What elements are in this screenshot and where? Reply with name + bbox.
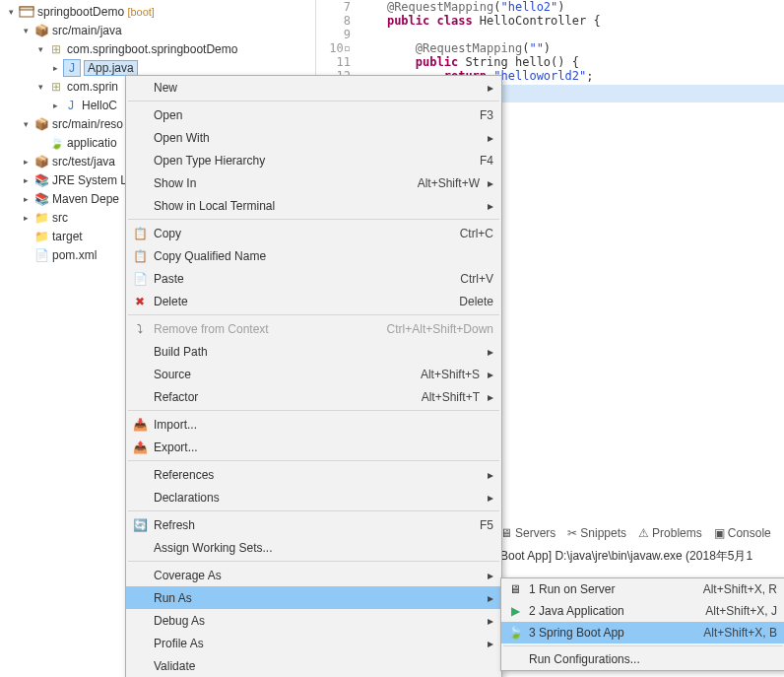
label: applicatio (67, 136, 117, 150)
menu-run-as[interactable]: Run As▸ (126, 586, 501, 609)
menu-paste[interactable]: 📄PasteCtrl+V (126, 267, 501, 290)
submenu-run-configurations[interactable]: Run Configurations... (501, 648, 784, 670)
gutter-line: 7 (316, 0, 359, 14)
menu-profile-as[interactable]: Profile As▸ (126, 632, 501, 654)
menu-source[interactable]: SourceAlt+Shift+S▸ (126, 363, 501, 385)
leaf-icon: 🍃 (48, 135, 64, 151)
label: App.java (84, 60, 138, 76)
menu-import[interactable]: 📥Import... (126, 413, 501, 436)
chevron-right-icon[interactable]: ▸ (19, 157, 33, 167)
chevron-right-icon[interactable]: ▸ (48, 101, 63, 110)
folder-icon: 📁 (33, 229, 49, 244)
separator (128, 410, 499, 411)
chevron-right-icon[interactable]: ▸ (19, 194, 33, 204)
menu-debug-as[interactable]: Debug As▸ (126, 609, 501, 632)
label: src (52, 211, 68, 225)
run-as-submenu: 🖥1 Run on ServerAlt+Shift+X, R ▶2 Java A… (500, 577, 784, 671)
menu-open-with[interactable]: Open With▸ (126, 126, 501, 149)
menu-open-type-hierarchy[interactable]: Open Type HierarchyF4 (126, 149, 501, 171)
label: pom.xml (52, 248, 97, 262)
menu-open[interactable]: OpenF3 (126, 103, 501, 126)
chevron-right-icon[interactable]: ▸ (19, 213, 33, 223)
submenu-arrow-icon: ▸ (480, 591, 493, 605)
gutter-line: 9 (316, 28, 359, 41)
menu-export[interactable]: 📤Export... (126, 436, 501, 458)
menu-show-in[interactable]: Show InAlt+Shift+W▸ (126, 171, 501, 194)
submenu-spring-boot-app[interactable]: 🍃3 Spring Boot AppAlt+Shift+X, B (501, 622, 784, 643)
separator (128, 561, 499, 562)
menu-delete[interactable]: ✖DeleteDelete (126, 290, 501, 312)
project-icon (19, 4, 34, 20)
menu-show-local-terminal[interactable]: Show in Local Terminal▸ (126, 194, 501, 217)
tree-src-main-java[interactable]: ▾📦src/main/java (0, 21, 315, 39)
remove-context-icon: ⤵ (126, 322, 154, 336)
menu-copy[interactable]: 📋CopyCtrl+C (126, 222, 501, 244)
separator (128, 101, 499, 102)
code-line: @RequestMapping("") (359, 41, 551, 55)
java-run-icon: ▶ (501, 604, 529, 618)
menu-declarations[interactable]: Declarations▸ (126, 486, 501, 508)
menu-refresh[interactable]: 🔄RefreshF5 (126, 513, 501, 536)
submenu-arrow-icon: ▸ (480, 176, 493, 190)
menu-validate[interactable]: Validate (126, 654, 501, 677)
chevron-right-icon[interactable]: ▸ (19, 175, 33, 185)
tab-console[interactable]: ▣Console (714, 526, 771, 540)
spring-boot-icon: 🍃 (501, 626, 529, 640)
gutter-line: 10▫ (316, 41, 359, 55)
submenu-arrow-icon: ▸ (480, 345, 493, 359)
menu-build-path[interactable]: Build Path▸ (126, 340, 501, 363)
tab-servers[interactable]: 🖥Servers (500, 526, 555, 540)
submenu-arrow-icon: ▸ (480, 131, 493, 145)
folder-icon: 📁 (33, 210, 49, 226)
submenu-arrow-icon: ▸ (480, 491, 493, 505)
project-label: springbootDemo (37, 5, 124, 19)
chevron-down-icon[interactable]: ▾ (19, 26, 33, 35)
separator (128, 219, 499, 220)
menu-coverage-as[interactable]: Coverage As▸ (126, 564, 501, 586)
label: src/main/java (52, 24, 122, 37)
tree-project[interactable]: ▾springbootDemo [boot] (0, 2, 315, 21)
label: HelloC (82, 99, 117, 112)
separator (128, 510, 499, 511)
submenu-arrow-icon: ▸ (480, 614, 493, 628)
context-menu: New▸ OpenF3 Open With▸ Open Type Hierarc… (125, 75, 502, 677)
bottom-tabs: 🖥Servers ✂Snippets ⚠Problems ▣Console (500, 526, 784, 540)
snippets-icon: ✂ (567, 526, 577, 540)
project-deco: [boot] (127, 6, 155, 18)
submenu-java-app[interactable]: ▶2 Java ApplicationAlt+Shift+X, J (501, 600, 784, 622)
copy-icon: 📋 (126, 249, 154, 263)
chevron-down-icon[interactable]: ▾ (33, 44, 48, 54)
package-folder-icon: 📦 (33, 116, 49, 132)
menu-copy-qualified[interactable]: 📋Copy Qualified Name (126, 244, 501, 267)
package-icon: ⊞ (48, 41, 64, 57)
library-icon: 📚 (33, 172, 49, 188)
separator (128, 314, 499, 315)
gutter-line: 8 (316, 14, 359, 28)
delete-icon: ✖ (126, 295, 154, 308)
label: com.sprin (67, 80, 118, 94)
separator (128, 460, 499, 461)
chevron-right-icon[interactable]: ▸ (48, 63, 63, 73)
menu-assign-ws[interactable]: Assign Working Sets... (126, 536, 501, 559)
submenu-arrow-icon: ▸ (480, 637, 493, 650)
xml-file-icon: 📄 (33, 247, 49, 263)
tab-snippets[interactable]: ✂Snippets (567, 526, 626, 540)
tab-problems[interactable]: ⚠Problems (638, 526, 702, 540)
tree-package-1[interactable]: ▾⊞com.springboot.springbootDemo (0, 39, 315, 58)
label: src/test/java (52, 155, 115, 169)
chevron-down-icon[interactable]: ▾ (4, 7, 19, 17)
submenu-arrow-icon: ▸ (480, 569, 493, 582)
refresh-icon: 🔄 (126, 518, 154, 532)
code-line: @RequestMapping("hello2") (359, 0, 565, 14)
menu-new[interactable]: New▸ (126, 76, 501, 99)
gutter-line: 11 (316, 55, 359, 69)
submenu-arrow-icon: ▸ (480, 199, 493, 213)
menu-remove-context: ⤵Remove from ContextCtrl+Alt+Shift+Down (126, 317, 501, 340)
console-title: Boot App] D:\java\jre\bin\javaw.exe (201… (500, 548, 784, 565)
paste-icon: 📄 (126, 272, 154, 286)
submenu-run-on-server[interactable]: 🖥1 Run on ServerAlt+Shift+X, R (501, 578, 784, 600)
chevron-down-icon[interactable]: ▾ (19, 119, 33, 129)
chevron-down-icon[interactable]: ▾ (33, 82, 48, 92)
menu-references[interactable]: References▸ (126, 463, 501, 486)
menu-refactor[interactable]: RefactorAlt+Shift+T▸ (126, 385, 501, 408)
